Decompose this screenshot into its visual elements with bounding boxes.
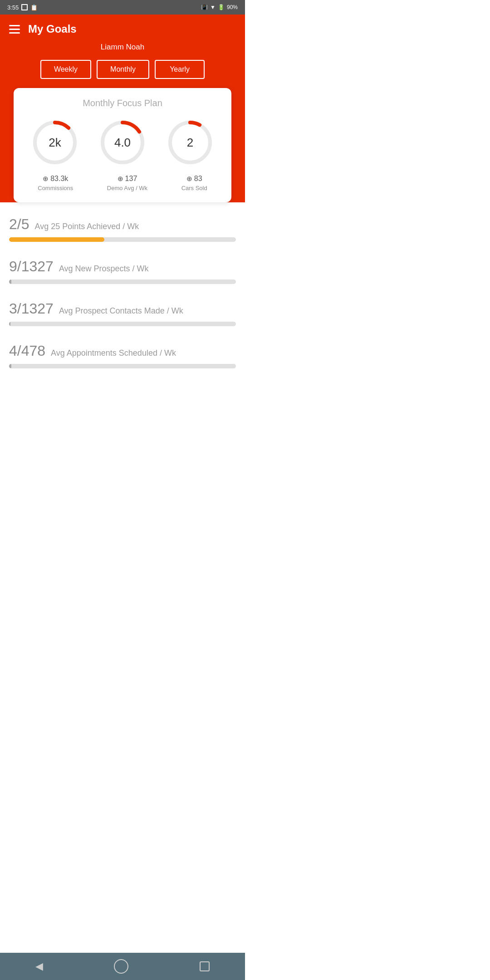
user-name: Liamm Noah xyxy=(9,43,236,52)
progress-bar-fill-2 xyxy=(9,279,11,284)
wifi-icon: ▼ xyxy=(210,4,216,10)
goal-label-1: Avg 25 Points Achieved / Wk xyxy=(34,222,139,231)
goal-item-4: 4/478 Avg Appointments Scheduled / Wk xyxy=(9,343,236,368)
progress-bar-bg-2 xyxy=(9,279,236,284)
goal-item-3: 3/1327 Avg Prospect Contacts Made / Wk xyxy=(9,300,236,326)
time-display: 3:55 xyxy=(7,4,19,11)
circle-cars-sold: 2 xyxy=(165,118,215,167)
goal-label-3: Avg Prospect Contacts Made / Wk xyxy=(59,306,183,316)
goal-label-4: Avg Appointments Scheduled / Wk xyxy=(51,348,176,358)
circle-demo-avg: 4.0 xyxy=(98,118,147,167)
progress-bar-fill-1 xyxy=(9,237,104,242)
status-bar: 3:55 📋 📳 ▼ 🔋 90% xyxy=(0,0,245,15)
main-content: 2/5 Avg 25 Points Achieved / Wk 9/1327 A… xyxy=(0,202,245,421)
circles-row: 2k 4.0 2 xyxy=(21,118,224,167)
commissions-value: 83.3k xyxy=(50,175,68,183)
focus-plan-card: Monthly Focus Plan 2k 4.0 xyxy=(14,88,231,202)
goal-item-2: 9/1327 Avg New Prospects / Wk xyxy=(9,258,236,284)
tab-monthly[interactable]: Monthly xyxy=(97,60,149,79)
goal-label-2: Avg New Prospects / Wk xyxy=(59,264,149,274)
focus-card-title: Monthly Focus Plan xyxy=(21,98,224,108)
goal-fraction-1: 2/5 xyxy=(9,216,29,233)
progress-bar-bg-1 xyxy=(9,237,236,242)
header: My Goals Liamm Noah Weekly Monthly Yearl… xyxy=(0,15,245,202)
battery-icon: 🔋 xyxy=(218,4,225,10)
progress-bar-fill-3 xyxy=(9,322,10,326)
target-icon-3: ⊕ xyxy=(186,175,192,183)
progress-bar-bg-4 xyxy=(9,364,236,368)
goal-header-1: 2/5 Avg 25 Points Achieved / Wk xyxy=(9,216,236,233)
target-icon-2: ⊕ xyxy=(118,175,123,183)
stats-row: ⊕ 83.3k Commissions ⊕ 137 Demo Avg / Wk … xyxy=(21,175,224,191)
svg-text:2: 2 xyxy=(187,136,193,149)
svg-text:4.0: 4.0 xyxy=(114,136,131,149)
tab-yearly[interactable]: Yearly xyxy=(155,60,205,79)
goal-header-4: 4/478 Avg Appointments Scheduled / Wk xyxy=(9,343,236,359)
battery-percent: 90% xyxy=(227,4,238,10)
goal-header-3: 3/1327 Avg Prospect Contacts Made / Wk xyxy=(9,300,236,317)
stat-cars-sold: ⊕ 83 Cars Sold xyxy=(181,175,207,191)
screen-icon xyxy=(21,4,28,10)
goal-fraction-2: 9/1327 xyxy=(9,258,54,275)
status-left: 3:55 📋 xyxy=(7,4,38,11)
goal-header-2: 9/1327 Avg New Prospects / Wk xyxy=(9,258,236,275)
commissions-label: Commissions xyxy=(38,185,73,191)
target-icon-1: ⊕ xyxy=(43,175,49,183)
goal-item-1: 2/5 Avg 25 Points Achieved / Wk xyxy=(9,216,236,242)
vibrate-icon: 📳 xyxy=(201,4,208,10)
stat-demo-avg: ⊕ 137 Demo Avg / Wk xyxy=(107,175,147,191)
progress-bar-bg-3 xyxy=(9,322,236,326)
svg-text:2k: 2k xyxy=(49,136,61,149)
page-title: My Goals xyxy=(28,23,77,35)
menu-button[interactable] xyxy=(9,25,20,34)
stat-commissions: ⊕ 83.3k Commissions xyxy=(38,175,73,191)
tab-buttons: Weekly Monthly Yearly xyxy=(9,60,236,79)
tab-weekly[interactable]: Weekly xyxy=(40,60,91,79)
cars-sold-value: 83 xyxy=(194,175,202,183)
header-top: My Goals xyxy=(9,23,236,35)
goal-fraction-4: 4/478 xyxy=(9,343,45,359)
circle-commissions: 2k xyxy=(30,118,80,167)
cars-sold-label: Cars Sold xyxy=(181,185,207,191)
status-right: 📳 ▼ 🔋 90% xyxy=(201,4,238,10)
calendar-icon: 📋 xyxy=(30,4,38,11)
progress-bar-fill-4 xyxy=(9,364,11,368)
demo-avg-value: 137 xyxy=(125,175,137,183)
demo-avg-label: Demo Avg / Wk xyxy=(107,185,147,191)
goal-fraction-3: 3/1327 xyxy=(9,300,54,317)
